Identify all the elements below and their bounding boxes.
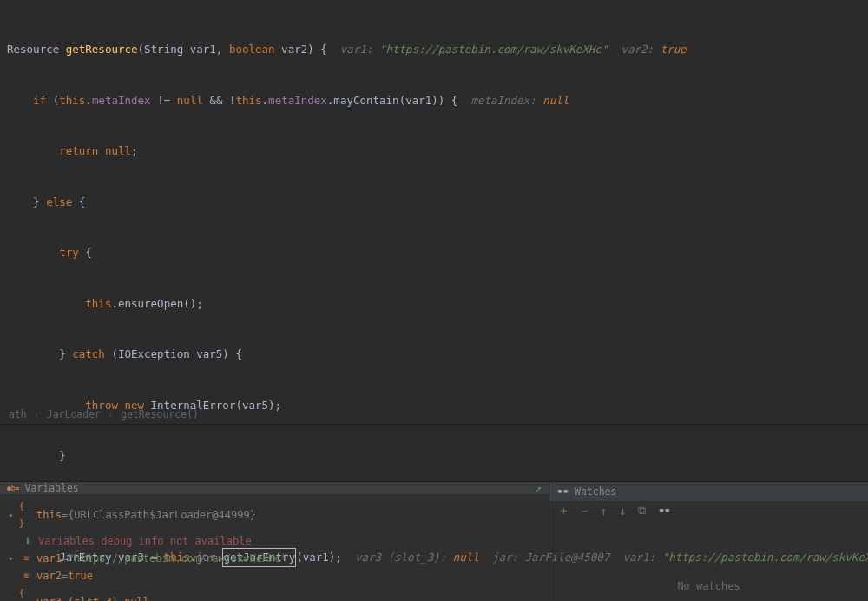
code-token: .mayContain(var1)) { — [327, 92, 458, 109]
variable-row[interactable]: ▸ ≋ var1 = "https://pastebin.com/raw/skv… — [5, 550, 543, 567]
variable-equals: = — [62, 506, 68, 524]
code-line: return null; — [0, 142, 868, 160]
variable-equals: = — [62, 567, 68, 584]
editor-blank-area — [0, 425, 868, 481]
code-token — [7, 244, 59, 261]
copy-button[interactable]: ⧉ — [638, 504, 646, 518]
code-token: return null — [59, 142, 131, 160]
variables-pane-header: ●b≡ Variables ↗ — [0, 482, 549, 494]
no-watches-text: No watches — [677, 580, 740, 592]
variable-equals: = — [118, 593, 124, 601]
code-token: null — [177, 92, 203, 109]
code-token: this — [85, 295, 111, 313]
code-token: && ! — [203, 92, 236, 109]
variable-row: ℹ Variables debug info not available — [5, 532, 543, 550]
code-token: try — [59, 244, 79, 261]
code-token: if — [33, 92, 46, 109]
breadcrumb-item[interactable]: ath — [5, 408, 30, 420]
code-token: ( — [46, 92, 59, 109]
breadcrumb-item[interactable]: getResource() — [117, 408, 202, 420]
move-up-button[interactable]: ↑ — [601, 505, 608, 518]
variables-icon: ●b≡ — [7, 485, 19, 492]
code-token: metaIndex — [92, 92, 151, 109]
variable-message: Variables debug info not available — [38, 532, 252, 550]
inline-hint: null — [542, 92, 569, 109]
watches-title: Watches — [575, 485, 616, 498]
code-token: != — [151, 92, 177, 109]
code-token: . — [262, 92, 269, 109]
variable-name: this — [36, 506, 62, 524]
inline-hint: true — [661, 41, 687, 58]
code-line: } catch (IOException var5) { — [0, 346, 868, 363]
code-line: if (this.metaIndex != null && !this.meta… — [0, 92, 868, 109]
code-token — [7, 142, 59, 160]
inline-hint: var2: — [608, 41, 660, 58]
code-token: var2) { — [275, 41, 327, 58]
code-token: (IOException var5) { — [105, 346, 242, 363]
add-watch-button[interactable]: ＋ — [558, 503, 569, 518]
breadcrumb[interactable]: ath › JarLoader › getResource() — [0, 404, 868, 425]
move-down-button[interactable]: ↓ — [620, 505, 627, 518]
variables-title: Variables — [24, 482, 78, 494]
code-token: catch — [72, 346, 105, 363]
watches-pane-header: 👓 Watches — [549, 482, 868, 501]
breadcrumb-item[interactable]: JarLoader — [43, 408, 104, 420]
code-token: } — [7, 447, 66, 465]
object-icon: { } — [19, 584, 33, 601]
code-token: } — [7, 346, 72, 363]
code-token: Resource — [7, 41, 66, 58]
variable-row[interactable]: ≋ var2 = true — [5, 567, 543, 584]
variable-name: var3 (slot_3) — [36, 593, 118, 601]
watches-toolbar: ＋ − ↑ ↓ ⧉ 👓 — [549, 501, 868, 520]
code-token: getResource — [66, 41, 138, 58]
variable-value: null — [124, 593, 149, 601]
code-token: this — [59, 92, 85, 109]
variable-value: {URLClassPath$JarLoader@44999} — [68, 506, 256, 524]
code-editor[interactable]: Resource getResource(String var1, boolea… — [0, 0, 868, 404]
chevron-right-icon: › — [104, 408, 117, 420]
code-line: } else { — [0, 194, 868, 211]
code-token: metaIndex — [268, 92, 327, 109]
chevron-right-icon: › — [30, 408, 43, 420]
code-line: try { — [0, 244, 868, 261]
inline-hint: var1: — [327, 41, 379, 58]
debug-panel: ●b≡ Variables ↗ ▸ { } this = {URLClassPa… — [0, 481, 868, 601]
code-token: . — [85, 92, 92, 109]
variable-value: true — [68, 567, 93, 584]
remove-watch-button[interactable]: − — [582, 505, 589, 518]
primitive-icon: ≋ — [19, 550, 33, 567]
code-token: } — [7, 194, 46, 211]
code-token: { — [72, 194, 85, 211]
code-token: (String var1, — [138, 41, 229, 58]
code-line: this.ensureOpen(); — [0, 295, 868, 313]
variables-list[interactable]: ▸ { } this = {URLClassPath$JarLoader@449… — [0, 494, 549, 601]
variable-row[interactable]: { } var3 (slot_3) = null — [5, 584, 543, 601]
object-icon: { } — [19, 498, 33, 532]
expand-icon[interactable]: ▸ — [9, 550, 19, 567]
primitive-icon: ≋ — [19, 567, 33, 584]
info-icon: ℹ — [21, 532, 35, 550]
variable-name: var1 — [36, 550, 62, 567]
glasses-icon[interactable]: 👓 — [658, 505, 671, 517]
variable-value: "https://pastebin.com/raw/skvKeXHc" — [68, 550, 287, 567]
variable-name: var2 — [36, 567, 62, 584]
expand-icon[interactable]: ▸ — [9, 506, 19, 524]
open-in-new-icon[interactable]: ↗ — [536, 482, 542, 494]
code-token — [7, 295, 85, 313]
code-token: this — [235, 92, 261, 109]
code-token: .ensureOpen(); — [111, 295, 202, 313]
variables-pane: ●b≡ Variables ↗ ▸ { } this = {URLClassPa… — [0, 482, 549, 601]
no-watches-label: No watches — [549, 520, 868, 601]
watches-pane: 👓 Watches ＋ − ↑ ↓ ⧉ 👓 No watches — [549, 482, 868, 601]
code-line: Resource getResource(String var1, boolea… — [0, 41, 868, 58]
code-token: ; — [131, 142, 138, 160]
code-token — [7, 92, 33, 109]
code-token: boolean — [229, 41, 275, 58]
code-token: else — [46, 194, 72, 211]
inline-hint: "https://pastebin.com/raw/skvKeXHc" — [379, 41, 608, 58]
code-token: { — [79, 244, 92, 261]
glasses-icon: 👓 — [556, 485, 569, 498]
inline-hint: metaIndex: — [457, 92, 542, 109]
variable-row[interactable]: ▸ { } this = {URLClassPath$JarLoader@449… — [5, 498, 543, 532]
variable-equals: = — [62, 550, 68, 567]
